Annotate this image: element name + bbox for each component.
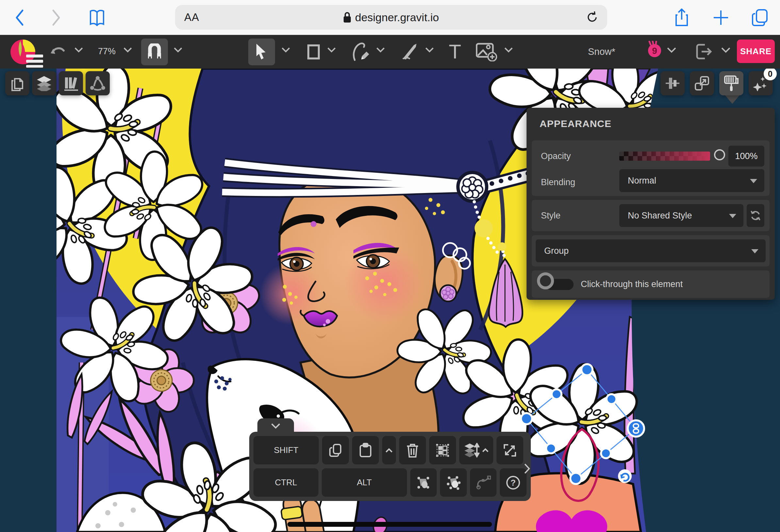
- effects-panel-button[interactable]: 0: [749, 71, 773, 95]
- shift-key[interactable]: SHIFT: [253, 436, 319, 465]
- zoom-dropdown-chevron[interactable]: [124, 47, 132, 53]
- bookmarks-button[interactable]: [86, 0, 108, 35]
- path-edit-button[interactable]: [470, 468, 497, 497]
- svg-text:T: T: [449, 42, 461, 62]
- arrange-grid-icon: [435, 443, 450, 457]
- export-dropdown-chevron[interactable]: [721, 47, 730, 53]
- chevron-right-icon: [524, 463, 530, 474]
- selection-handle-top[interactable]: [581, 364, 592, 375]
- opacity-slider[interactable]: [619, 151, 710, 161]
- lock-icon: [343, 12, 351, 23]
- help-button[interactable]: ?: [500, 468, 527, 497]
- tabs-button[interactable]: [747, 0, 774, 35]
- delete-button[interactable]: [399, 436, 426, 465]
- forward-button[interactable]: [46, 0, 66, 35]
- blending-select[interactable]: Normal: [619, 169, 764, 192]
- selection-handle-mid-br[interactable]: [601, 448, 611, 458]
- pointer-dropdown-chevron[interactable]: [282, 47, 290, 53]
- panel-pointer-caret: [725, 95, 739, 104]
- chevron-down-icon: [729, 214, 736, 218]
- shape-dropdown-chevron[interactable]: [327, 47, 336, 53]
- subselect-points-button[interactable]: [440, 468, 467, 497]
- selection-handle-mid-tr[interactable]: [606, 394, 616, 404]
- image-dropdown-chevron[interactable]: [504, 47, 513, 53]
- ctrl-key[interactable]: CTRL: [253, 468, 319, 497]
- scale-button[interactable]: [496, 436, 523, 465]
- copy-button[interactable]: [322, 436, 349, 465]
- touchbar-collapse-tab[interactable]: [257, 418, 294, 433]
- selection-handle-mid-bl[interactable]: [546, 443, 556, 453]
- freehand-dropdown-chevron[interactable]: [376, 47, 385, 53]
- opacity-value-field[interactable]: 100%: [728, 146, 764, 166]
- chevron-up-icon: [482, 448, 489, 452]
- knife-tool-button[interactable]: [399, 41, 421, 62]
- export-button[interactable]: [693, 41, 715, 62]
- undo-dropdown-chevron[interactable]: [75, 47, 83, 53]
- refresh-icon: [750, 210, 761, 221]
- svg-text:9: 9: [652, 46, 657, 56]
- subselect-points-icon: [446, 476, 460, 490]
- touchbar-more-chevron[interactable]: [524, 463, 530, 474]
- text-tool-button[interactable]: T: [444, 40, 466, 63]
- address-bar[interactable]: AA designer.gravit.io: [175, 5, 607, 30]
- share-page-button[interactable]: [670, 0, 693, 35]
- knife-dropdown-chevron[interactable]: [425, 47, 434, 53]
- style-select[interactable]: No Shared Style: [619, 204, 743, 227]
- chevron-up-icon: [385, 448, 393, 453]
- pages-panel-button[interactable]: [5, 71, 30, 95]
- library-icon: [63, 76, 79, 91]
- document-dropdown-chevron[interactable]: [667, 47, 676, 53]
- touch-gesture-badge[interactable]: 9: [646, 41, 663, 58]
- help-icon: ?: [506, 476, 520, 490]
- reload-button[interactable]: [586, 11, 599, 24]
- undo-button[interactable]: [48, 43, 67, 61]
- selection-handle-mid-tl[interactable]: [552, 389, 562, 399]
- selection-handle-bottom[interactable]: [570, 473, 581, 484]
- chevron-down-icon: [751, 249, 759, 253]
- layer-order-button[interactable]: [459, 436, 493, 465]
- effects-count-badge: 0: [764, 67, 777, 80]
- selection-handle-left[interactable]: [521, 413, 532, 424]
- snapping-tool-button[interactable]: [141, 39, 168, 65]
- alt-key[interactable]: ALT: [322, 468, 407, 497]
- layer-order-icon: [464, 443, 480, 458]
- paste-options-caret[interactable]: [382, 436, 396, 465]
- ipad-screen: AA designer.gravit.io: [0, 0, 780, 532]
- share-nodes-button[interactable]: [86, 71, 110, 95]
- layers-panel-button[interactable]: [32, 71, 56, 95]
- zoom-level[interactable]: 77%: [98, 46, 116, 56]
- safari-toolbar: AA designer.gravit.io: [0, 0, 780, 35]
- libraries-panel-button[interactable]: [59, 71, 83, 95]
- align-panel-button[interactable]: [661, 71, 685, 95]
- freehand-tool-button[interactable]: [350, 41, 372, 62]
- chevron-down-icon: [271, 423, 281, 429]
- clickthrough-label: Click-through this element: [581, 279, 683, 289]
- appearance-panel-button[interactable]: [719, 71, 743, 95]
- scale-arrows-icon: [503, 443, 517, 457]
- style-refresh-button[interactable]: [747, 204, 764, 227]
- share-button[interactable]: SHARE: [737, 40, 775, 63]
- subselect-shape-button[interactable]: [410, 468, 437, 497]
- new-tab-button[interactable]: [710, 0, 732, 35]
- home-indicator[interactable]: [287, 522, 492, 527]
- arrange-button[interactable]: [429, 436, 456, 465]
- pointer-tool-button[interactable]: [248, 39, 275, 65]
- paste-icon: [359, 443, 372, 458]
- copy-icon: [329, 443, 342, 457]
- clickthrough-toggle[interactable]: [537, 271, 576, 298]
- image-tool-button[interactable]: [474, 41, 499, 62]
- back-button[interactable]: [10, 0, 30, 35]
- opacity-slider-handle[interactable]: [714, 149, 725, 160]
- layers-icon: [36, 76, 52, 91]
- paint-roller-icon: [724, 75, 739, 92]
- app-menu-button[interactable]: [9, 38, 45, 67]
- gravit-toolbar: 77%: [0, 35, 780, 68]
- document-title[interactable]: Snow*: [588, 35, 616, 68]
- snapping-dropdown-chevron[interactable]: [174, 47, 182, 53]
- shape-tool-button[interactable]: [304, 42, 323, 62]
- touch-modifier-bar: SHIFT: [249, 432, 531, 501]
- group-select[interactable]: Group: [536, 239, 766, 262]
- transform-panel-button[interactable]: [690, 71, 714, 95]
- paste-button[interactable]: [352, 436, 379, 465]
- transform-icon: [694, 76, 710, 91]
